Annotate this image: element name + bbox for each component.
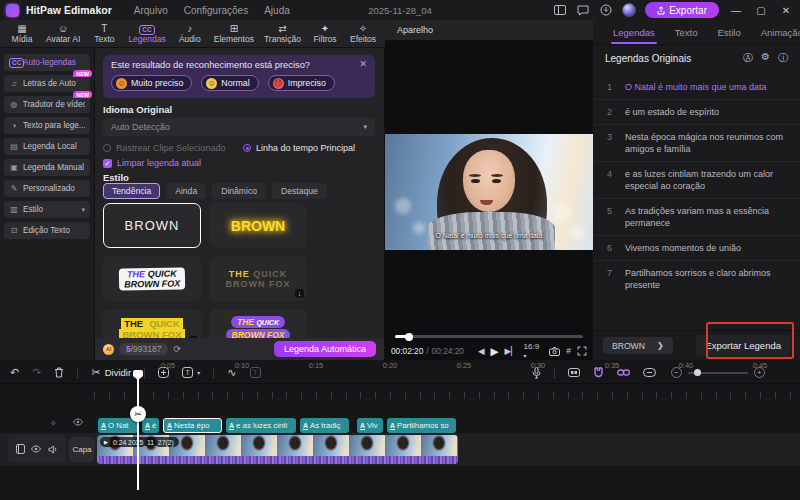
style-card-whitebox[interactable]: THE QUICKBROWN FOX — [103, 256, 201, 301]
window-maximize-button[interactable]: ▢ — [753, 5, 769, 16]
zoom-slider[interactable] — [688, 372, 748, 374]
delete-trash-icon[interactable] — [54, 367, 64, 378]
close-icon[interactable]: ✕ — [359, 59, 367, 69]
aspect-ratio-select[interactable]: 16:9 ▾ — [524, 342, 544, 360]
style-card-plain[interactable]: BROWN — [103, 203, 201, 248]
text-tool-dropdown[interactable]: T▾ — [182, 367, 200, 378]
exportar-legenda-button[interactable]: Exportar Legenda — [696, 335, 790, 356]
sidebar-letras-de-auto[interactable]: ♫Letras de AutoNEW — [4, 75, 90, 92]
sidebar-legenda-local[interactable]: ▤Legenda Local — [4, 138, 90, 155]
sidebar-auto-legendas[interactable]: CCAuto-legendas — [4, 54, 90, 71]
tab-tendencia[interactable]: Tendência — [103, 183, 160, 199]
info-icon[interactable]: ⓘ — [778, 51, 788, 65]
next-frame-button[interactable]: ▶▏ — [505, 346, 518, 356]
tab-destaque[interactable]: Destaque — [272, 183, 327, 199]
timeline-ruler[interactable] — [75, 384, 800, 400]
feedback-muito-preciso-button[interactable]: ☺Muito preciso — [111, 75, 192, 91]
seek-bar[interactable] — [395, 335, 583, 338]
play-button[interactable]: ▶ — [490, 345, 498, 357]
video-clip[interactable]: ▶ 0:24 2025_11_27(2) — [97, 435, 458, 464]
checkbox-limpar-legenda[interactable]: ✓ Limpar legenda atual — [103, 158, 201, 168]
auto-ripple-icon[interactable] — [643, 368, 656, 377]
ribbon-elementos[interactable]: ⊞Elementos — [214, 23, 254, 44]
tab-legendas[interactable]: Legendas — [603, 20, 665, 44]
menu-configuracoes[interactable]: Configurações — [184, 5, 248, 16]
caption-clip[interactable]: Ae as luzes cinti — [226, 418, 296, 433]
ribbon-efeitos[interactable]: ✧Efeitos — [349, 23, 377, 44]
menu-arquivo[interactable]: Arquivo — [134, 5, 168, 16]
sidebar-legenda-manual[interactable]: ▣Legenda Manual — [4, 159, 90, 176]
ribbon-filtros[interactable]: ✦Filtros — [311, 23, 339, 44]
caption-list-item[interactable]: 7Partilhamos sorrisos e claro abrimos pr… — [593, 261, 800, 297]
tab-texto[interactable]: Texto — [665, 20, 708, 44]
seek-knob[interactable] — [405, 333, 413, 341]
caption-track-options-icon[interactable]: ✧ — [50, 419, 57, 428]
feedback-normal-button[interactable]: ☺Normal — [201, 75, 258, 91]
style-card-glow[interactable]: BROWN — [209, 203, 307, 248]
caption-list-item[interactable]: 6Vivemos momentos de união — [593, 236, 800, 261]
playhead-scissors-icon[interactable]: ✂ — [130, 406, 146, 422]
window-close-button[interactable]: ✕ — [778, 5, 794, 16]
preview-tab-aparelho[interactable]: Aparelho — [385, 20, 593, 41]
sidebar-personalizado[interactable]: ✎Personalizado — [4, 180, 90, 197]
download-icon[interactable] — [599, 3, 613, 17]
legenda-automatica-button[interactable]: Legenda Automática — [274, 341, 376, 357]
translate-icon[interactable]: Ⓐ — [743, 51, 753, 65]
layout-panels-icon[interactable] — [553, 3, 567, 17]
preview-clip-icon[interactable] — [568, 368, 580, 377]
caption-list-item[interactable]: 1O Natal é muito mais que uma data — [593, 75, 800, 100]
radio-rastrear-clipe[interactable]: Rastrear Clipe Selecionado — [103, 143, 226, 153]
caption-list-item[interactable]: 4e as luzes cintilam trazendo um calor e… — [593, 162, 800, 199]
style-card-dim[interactable]: THE QUICKBROWN FOX ↓ — [209, 256, 307, 301]
feedback-bubble-icon[interactable] — [576, 3, 590, 17]
ribbon-transicao[interactable]: ⇄Transição — [264, 23, 301, 44]
sidebar-texto-para-legenda[interactable]: ◑Texto para lege... — [4, 117, 90, 134]
timeline-playhead[interactable]: ✂ — [137, 370, 139, 490]
ribbon-legendas[interactable]: CCLegendas — [128, 23, 165, 44]
ribbon-midia[interactable]: ▦Mídia — [8, 23, 36, 44]
undo-icon[interactable]: ↶ — [10, 366, 19, 379]
tab-animacao[interactable]: Animação — [751, 20, 800, 44]
track-mute-icon[interactable] — [48, 445, 58, 454]
caption-list-item[interactable]: 5As tradições variam mas a essência perm… — [593, 199, 800, 236]
ribbon-avatar-ai[interactable]: ☺Avatar AI — [46, 23, 80, 44]
sidebar-estilo[interactable]: ▥Estilo▾ — [4, 201, 90, 218]
capa-cover-button[interactable]: Capa — [69, 437, 95, 462]
fullscreen-icon[interactable] — [577, 346, 587, 356]
caption-clip[interactable]: APartilhamos so — [387, 418, 456, 433]
zoom-slider-knob[interactable] — [694, 369, 701, 376]
feedback-impreciso-button[interactable]: ☹Impreciso — [268, 75, 335, 91]
radio-linha-do-tempo[interactable]: Linha do tempo Principal — [243, 143, 355, 153]
language-dropdown[interactable]: Auto Detecção ▾ — [103, 118, 375, 136]
caption-clip-selected[interactable]: ANesta épo — [163, 418, 222, 433]
caption-clip[interactable]: Aé — [142, 418, 159, 433]
refresh-icon[interactable]: ⟳ — [173, 344, 181, 354]
settings-gear-icon[interactable]: ⚙ — [761, 51, 770, 65]
user-avatar[interactable] — [622, 3, 636, 17]
tab-dinamico[interactable]: Dinâmico — [212, 183, 266, 199]
caption-clip[interactable]: AAs tradiç — [300, 418, 349, 433]
redo-icon[interactable]: ↷ — [32, 366, 41, 379]
snapshot-icon[interactable] — [549, 347, 560, 356]
track-eye-icon[interactable] — [31, 445, 41, 453]
split-tool[interactable]: ✂Dividir — [91, 366, 131, 379]
caption-list-item[interactable]: 3Nesta época mágica nos reunimos com ami… — [593, 125, 800, 162]
ribbon-texto[interactable]: TTexto — [90, 23, 118, 44]
current-style-button[interactable]: BROWN❯ — [603, 337, 673, 354]
menu-ajuda[interactable]: Ajuda — [264, 5, 290, 16]
sidebar-edicao-texto[interactable]: ⊡Edição Texto — [4, 222, 90, 239]
tab-estilo[interactable]: Estilo — [707, 20, 750, 44]
export-button[interactable]: Exportar — [645, 2, 719, 18]
caption-clip[interactable]: AO Nat — [98, 418, 138, 433]
film-track-icon[interactable] — [16, 444, 25, 454]
caption-clip[interactable]: AViv — [357, 418, 383, 433]
caption-track-eye-icon[interactable] — [73, 418, 83, 426]
tab-ainda[interactable]: Ainda — [166, 183, 206, 199]
magnet-snap-icon[interactable] — [593, 367, 604, 378]
ribbon-audio[interactable]: ♪Áudio — [176, 23, 204, 44]
window-minimize-button[interactable]: — — [728, 5, 744, 16]
caption-list-item[interactable]: 2é um estado de espírito — [593, 100, 800, 125]
sidebar-tradutor-de-video[interactable]: ◍Tradutor de vídeoNEW — [4, 96, 90, 113]
prev-frame-button[interactable]: ◀ — [478, 346, 485, 356]
grid-icon[interactable]: # — [566, 346, 571, 356]
